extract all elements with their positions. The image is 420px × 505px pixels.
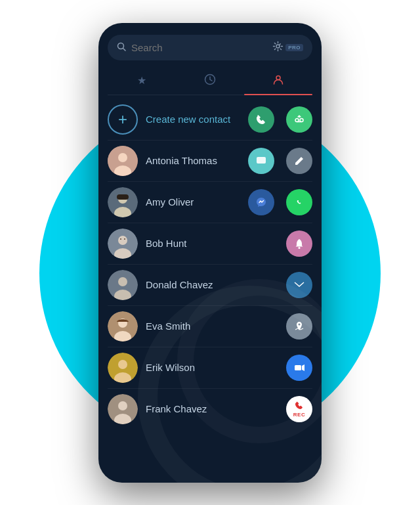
- svg-marker-13: [257, 164, 259, 165]
- bob-notify-button[interactable]: [286, 231, 312, 257]
- avatar-eva: [108, 311, 138, 341]
- search-input[interactable]: [131, 42, 267, 53]
- svg-point-25: [299, 247, 301, 249]
- avatar-donald: [108, 270, 138, 300]
- svg-marker-44: [302, 364, 304, 371]
- donald-email-button[interactable]: [286, 272, 312, 298]
- svg-point-28: [118, 277, 127, 286]
- svg-point-10: [118, 153, 127, 162]
- contact-name-amy: Amy Oliver: [146, 196, 240, 208]
- tab-bar: ★: [108, 67, 312, 95]
- contact-row-bob[interactable]: Bob Hunt: [98, 223, 322, 264]
- contact-row-antonia[interactable]: Antonia Thomas: [98, 141, 322, 181]
- svg-rect-18: [117, 194, 129, 200]
- search-icon: [117, 42, 126, 53]
- svg-point-4: [276, 76, 280, 79]
- avatar-amy: [108, 187, 138, 217]
- gear-icon[interactable]: [272, 41, 284, 55]
- avatar-antonia: [108, 146, 138, 176]
- contact-name-erik: Erik Wilson: [146, 362, 278, 373]
- contact-name-donald: Donald Chavez: [146, 279, 278, 290]
- pro-gear-wrapper: PRO: [272, 41, 303, 55]
- contact-name-frank: Frank Chavez: [146, 403, 278, 414]
- svg-point-47: [118, 401, 127, 410]
- plus-icon: +: [118, 112, 127, 127]
- svg-line-38: [301, 328, 303, 330]
- svg-rect-12: [257, 157, 266, 164]
- phone-frame: PRO ★: [98, 23, 322, 483]
- amy-messenger-button[interactable]: [248, 189, 274, 215]
- svg-point-35: [299, 323, 301, 325]
- erik-video-button[interactable]: [286, 355, 312, 381]
- eva-map-button[interactable]: [286, 313, 312, 340]
- create-voicemail-button[interactable]: [286, 106, 312, 133]
- create-call-button[interactable]: [248, 106, 274, 133]
- contact-name-antonia: Antonia Thomas: [146, 155, 240, 166]
- svg-point-21: [118, 236, 127, 245]
- avatar-bob: [108, 229, 138, 259]
- create-contact-row[interactable]: + Create new contact: [98, 99, 322, 140]
- svg-rect-43: [295, 365, 301, 370]
- svg-point-23: [120, 238, 121, 240]
- contact-row-erik[interactable]: Erik Wilson: [98, 347, 322, 388]
- svg-line-36: [295, 328, 298, 330]
- contact-list: + Create new contact: [98, 95, 322, 483]
- contact-name-eva: Eva Smith: [146, 320, 278, 332]
- avatar-erik: [108, 353, 138, 383]
- svg-point-2: [276, 45, 280, 48]
- avatar-frank: [108, 394, 138, 424]
- svg-point-24: [124, 238, 125, 240]
- amy-whatsapp-button[interactable]: [286, 189, 312, 215]
- tab-favorites[interactable]: ★: [108, 67, 176, 95]
- contact-row-frank[interactable]: Frank Chavez REC: [98, 389, 322, 429]
- antonia-edit-button[interactable]: [286, 148, 312, 174]
- rec-wrap: REC: [293, 401, 305, 418]
- antonia-message-button[interactable]: [248, 148, 274, 174]
- contact-row-eva[interactable]: Eva Smith: [98, 306, 322, 347]
- frank-rec-button[interactable]: REC: [286, 396, 312, 422]
- tab-contacts[interactable]: [244, 67, 312, 95]
- rec-phone-icon: [295, 401, 304, 412]
- search-bar: PRO: [108, 35, 312, 60]
- create-contact-label: Create new contact: [146, 114, 240, 125]
- svg-line-1: [123, 48, 126, 51]
- svg-rect-30: [295, 282, 304, 288]
- clock-icon: [204, 74, 216, 88]
- person-icon: [272, 74, 284, 88]
- contact-name-bob: Bob Hunt: [146, 238, 278, 249]
- tab-recent[interactable]: [176, 67, 244, 95]
- svg-point-41: [118, 360, 127, 369]
- create-contact-avatar: +: [108, 104, 138, 135]
- rec-label: REC: [293, 412, 305, 418]
- star-icon: ★: [137, 74, 146, 87]
- contact-row-amy[interactable]: Amy Oliver: [98, 182, 322, 223]
- contact-row-donald[interactable]: Donald Chavez: [98, 265, 322, 305]
- pro-badge: PRO: [285, 44, 303, 51]
